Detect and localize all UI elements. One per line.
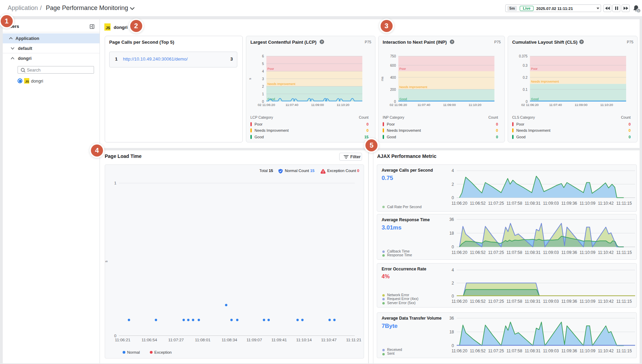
svg-text:11:06:20: 11:06:20 [452, 201, 467, 206]
svg-text:11:07:25: 11:07:25 [488, 201, 504, 206]
svg-text:11:07:25: 11:07:25 [488, 299, 504, 304]
svg-text:11:06:20: 11:06:20 [452, 349, 467, 353]
svg-text:11:09:36: 11:09:36 [561, 201, 577, 206]
svg-text:11:11:15: 11:11:15 [616, 250, 632, 255]
svg-text:11:10:09: 11:10:09 [580, 201, 596, 206]
svg-text:11:09:03: 11:09:03 [543, 201, 559, 206]
svg-text:18: 18 [449, 330, 454, 334]
svg-text:11:06:52: 11:06:52 [470, 299, 486, 304]
svg-text:11:09:03: 11:09:03 [543, 299, 559, 304]
svg-text:11:09:36: 11:09:36 [561, 299, 577, 304]
svg-text:11:09:03: 11:09:03 [543, 349, 559, 353]
svg-text:0: 0 [452, 245, 454, 249]
svg-text:11:10:42: 11:10:42 [598, 349, 614, 353]
svg-text:11:08:31: 11:08:31 [525, 250, 540, 255]
svg-text:11:10:42: 11:10:42 [598, 250, 614, 255]
svg-text:11:08:31: 11:08:31 [525, 299, 540, 304]
svg-text:11:09:36: 11:09:36 [561, 250, 577, 255]
svg-text:11:10:42: 11:10:42 [598, 299, 614, 304]
svg-text:11:09:03: 11:09:03 [543, 250, 559, 255]
svg-text:0: 0 [452, 195, 454, 200]
svg-text:11:10:09: 11:10:09 [580, 250, 596, 255]
svg-text:2: 2 [452, 281, 454, 286]
svg-text:36: 36 [449, 217, 454, 222]
svg-text:11:07:58: 11:07:58 [506, 201, 522, 206]
svg-text:36: 36 [449, 316, 454, 321]
svg-text:11:07:58: 11:07:58 [506, 299, 522, 304]
svg-text:2: 2 [452, 182, 454, 187]
svg-text:11:09:36: 11:09:36 [561, 349, 577, 353]
svg-text:11:06:20: 11:06:20 [452, 299, 467, 304]
svg-text:11:07:58: 11:07:58 [506, 349, 522, 353]
svg-text:11:07:25: 11:07:25 [488, 250, 504, 255]
svg-text:0: 0 [452, 343, 454, 348]
svg-text:11:06:52: 11:06:52 [470, 250, 486, 255]
svg-text:11:08:31: 11:08:31 [525, 201, 540, 206]
svg-text:11:10:09: 11:10:09 [580, 299, 596, 304]
svg-text:0: 0 [452, 294, 454, 299]
svg-text:11:06:20: 11:06:20 [452, 250, 467, 255]
svg-text:11:11:15: 11:11:15 [616, 349, 632, 353]
svg-text:11:06:52: 11:06:52 [470, 201, 486, 206]
svg-text:4: 4 [452, 168, 454, 173]
svg-text:11:07:25: 11:07:25 [488, 349, 504, 353]
svg-text:18: 18 [449, 231, 454, 236]
svg-text:11:11:15: 11:11:15 [616, 201, 632, 206]
svg-text:11:07:58: 11:07:58 [506, 250, 522, 255]
svg-text:4: 4 [452, 268, 454, 272]
svg-text:11:10:09: 11:10:09 [580, 349, 596, 353]
svg-text:11:11:15: 11:11:15 [616, 299, 632, 304]
svg-text:11:08:31: 11:08:31 [525, 349, 540, 353]
svg-text:11:06:52: 11:06:52 [470, 349, 486, 353]
svg-text:11:10:42: 11:10:42 [598, 201, 614, 206]
